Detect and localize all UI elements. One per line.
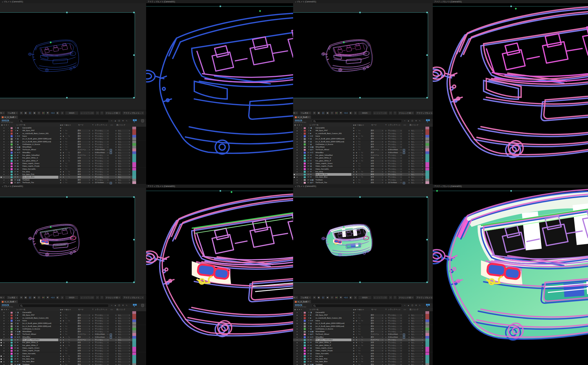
matte-toggle-icon[interactable]: ◎ (385, 176, 387, 178)
track-matte-dropdown[interactable]: ∨20.TireMask (387, 182, 402, 184)
exposure-value[interactable]: +0.0 (51, 112, 55, 114)
parent-link-dropdown[interactable]: ∨なし (411, 133, 424, 135)
parent-pickwhip-icon[interactable]: ◎ (115, 176, 117, 178)
comp-handle[interactable] (510, 190, 512, 192)
parent-link-dropdown[interactable]: ∨なし (411, 344, 424, 346)
label-color-swatch[interactable] (304, 347, 306, 349)
draft-3d-toggle[interactable]: ◎ドラフト3D (373, 111, 388, 115)
resolution-gear-icon[interactable]: ✱ (46, 296, 50, 299)
track-matte-dropdown[interactable]: ∨8.WheelMask (94, 152, 109, 154)
parent-pickwhip-icon[interactable]: ◎ (408, 314, 410, 317)
expander-icon[interactable]: › (301, 168, 302, 170)
expander-icon[interactable]: › (301, 165, 302, 168)
video-eye-icon[interactable] (4, 356, 4, 357)
label-color-swatch[interactable] (304, 314, 306, 317)
matte-toggle-icon[interactable]: ◎ (385, 129, 387, 132)
expander-icon[interactable]: › (301, 140, 302, 143)
layer-name[interactable]: line_base_Blue (22, 176, 58, 178)
track-matte-dropdown[interactable]: ∨マットなし (387, 171, 402, 173)
transparency-grid-icon[interactable]: ▦ (24, 111, 28, 115)
parent-link-dropdown[interactable]: ∨なし (118, 320, 131, 322)
layer-name[interactable]: WheelBlur (315, 336, 351, 339)
label-color-swatch[interactable] (11, 127, 13, 129)
expander-icon[interactable]: › (8, 140, 9, 143)
label-color-swatch[interactable] (304, 342, 306, 344)
blend-mode-dropdown[interactable]: ∨乗算 (77, 143, 91, 145)
layer-name[interactable]: Glass_mapHL_Green (315, 162, 351, 165)
blend-mode-dropdown[interactable]: ∨乗算 (77, 173, 91, 175)
matte-toggle-icon[interactable]: ◎ (92, 138, 93, 140)
parent-link-dropdown[interactable]: ∨なし (411, 336, 424, 338)
matte-toggle-icon[interactable]: ◎ (385, 132, 387, 135)
video-eye-icon[interactable] (297, 334, 298, 335)
matte-toggle-icon[interactable]: ◎ (92, 360, 93, 363)
expander-icon[interactable]: › (301, 339, 302, 341)
parent-link-dropdown[interactable]: ∨なし (118, 141, 131, 143)
layer-name[interactable]: TireTouch_Wheel (22, 148, 58, 151)
matte-toggle-icon[interactable]: ◎ (92, 170, 93, 173)
expander-icon[interactable]: › (8, 358, 9, 360)
layer-switches[interactable]: ◉ ◆ ∖ fx (60, 173, 76, 176)
video-eye-icon[interactable] (297, 339, 298, 340)
blend-mode-dropdown[interactable]: ∨通常 (370, 336, 384, 338)
track-matte-dropdown[interactable]: ∨マットなし (94, 328, 109, 330)
video-eye-icon[interactable] (4, 180, 4, 180)
label-color-swatch[interactable] (11, 361, 13, 363)
track-matte-dropdown[interactable]: ∨マットなし (387, 165, 402, 167)
label-color-swatch[interactable] (11, 149, 13, 151)
video-eye-icon[interactable] (4, 337, 4, 338)
blend-mode-dropdown[interactable]: ∨乗算 (370, 143, 384, 145)
blend-mode-dropdown[interactable]: ∨通常 (370, 146, 384, 148)
blend-mode-dropdown[interactable]: ∨加算 (77, 344, 91, 346)
parent-link-dropdown[interactable]: ∨なし (118, 355, 131, 357)
matte-toggle-icon[interactable]: ◎ (385, 352, 387, 355)
blend-mode-dropdown[interactable]: ∨通常 (77, 138, 91, 140)
comp-viewport-zoomed[interactable] (433, 188, 588, 365)
expander-icon[interactable]: › (8, 176, 9, 178)
draft3d-toggle-icon[interactable]: ▲ (114, 120, 116, 122)
matte-toggle-icon[interactable]: ◎ (92, 181, 93, 184)
view-dropdown[interactable]: アクティブカメラ…∨ (122, 111, 144, 115)
video-eye-icon[interactable] (297, 182, 298, 183)
label-color-swatch[interactable] (304, 174, 306, 176)
layer-switches[interactable]: ◉ ∖ fx (353, 168, 370, 170)
camera-snapshot-icon[interactable]: ◧ (349, 296, 353, 299)
layer-switches[interactable]: ◉ ∖ fx (60, 168, 76, 170)
parent-pickwhip-icon[interactable]: ◎ (408, 138, 410, 140)
track-matte-dropdown[interactable]: ∨マットなし (94, 130, 109, 132)
layer-name[interactable]: Glass_NormalHL (315, 352, 351, 355)
comp-viewport-zoomed[interactable] (146, 3, 293, 185)
expander-icon[interactable]: › (301, 322, 302, 325)
matte-toggle-icon[interactable]: ◎ (92, 154, 93, 157)
frame-field[interactable]: 00029 (358, 296, 372, 299)
parent-pickwhip-icon[interactable]: ◎ (115, 135, 117, 138)
blend-mode-dropdown[interactable]: ∨通常 (370, 322, 384, 324)
track-matte-header[interactable]: トラックマット (95, 308, 108, 311)
label-color-swatch[interactable] (304, 336, 306, 338)
blend-mode-dropdown[interactable]: ∨通常 (370, 138, 384, 140)
label-color-swatch[interactable] (304, 323, 306, 325)
video-eye-icon[interactable] (4, 323, 4, 324)
matte-toggle-icon[interactable]: ◎ (92, 160, 93, 162)
layer-name[interactable]: frame (22, 135, 58, 138)
expander-icon[interactable]: › (301, 148, 302, 151)
rgb-channels-icon[interactable]: ●● (335, 111, 338, 115)
expander-icon[interactable]: › (8, 328, 9, 330)
track-matte-dropdown[interactable]: ∨8.WheelMask (387, 152, 402, 154)
expander-icon[interactable]: › (301, 360, 302, 363)
track-matte-dropdown[interactable]: ∨マットなし (387, 130, 402, 132)
exposure-value[interactable]: +0.0 (51, 297, 55, 299)
parent-link-dropdown[interactable]: ∨なし (411, 146, 424, 148)
video-eye-icon[interactable] (4, 182, 4, 183)
label-color-swatch[interactable] (11, 143, 13, 145)
region-of-interest-icon[interactable]: ▣ (33, 296, 36, 299)
layer-name[interactable]: AM_Spou_PNT (22, 314, 58, 317)
parent-pickwhip-icon[interactable]: ◎ (408, 322, 410, 325)
expander-icon[interactable]: › (301, 336, 302, 339)
track-matte-dropdown[interactable]: ∨マットなし (94, 171, 109, 173)
parent-link-dropdown[interactable]: ∨なし (118, 317, 131, 319)
matte-toggle-icon[interactable]: ◎ (385, 328, 387, 330)
blend-mode-dropdown[interactable]: ∨加算 (370, 347, 384, 349)
parent-link-dropdown[interactable]: ∨なし (118, 358, 131, 360)
track-matte-dropdown[interactable]: ∨マットなし (94, 160, 109, 162)
